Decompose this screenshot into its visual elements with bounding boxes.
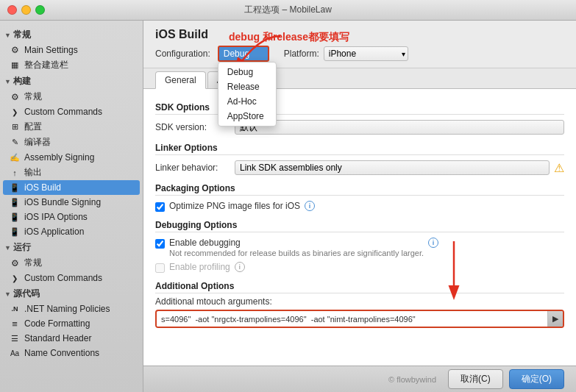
cmd-icon-run <box>9 272 21 284</box>
sidebar-section-general[interactable]: ▼ 常规 <box>0 26 143 43</box>
footer: © flowbywind 取消(C) 确定(O) <box>143 366 576 392</box>
titlebar: 工程选项 – MobileLaw <box>0 0 576 21</box>
close-button[interactable] <box>7 5 17 15</box>
sdk-section-header: SDK Options <box>155 102 564 115</box>
config-icon <box>9 121 21 133</box>
enable-debug-checkbox[interactable] <box>155 239 165 249</box>
sidebar-item-name-conventions-label: Name Conventions <box>24 348 99 358</box>
configuration-dropdown[interactable]: Debug Debug Release Ad-Hoc AppStore <box>218 46 269 62</box>
cancel-button[interactable]: 取消(C) <box>448 369 503 389</box>
platform-label: Platform: <box>284 49 319 59</box>
mtouch-input-row: ▶ <box>155 310 564 328</box>
sidebar-item-custom-commands[interactable]: Custom Commands <box>0 104 143 119</box>
sdk-version-select-wrap: 默认 <box>235 120 564 135</box>
enable-profiling-checkbox[interactable] <box>155 263 165 273</box>
sidebar-item-compiler[interactable]: 编译器 <box>0 135 143 150</box>
sidebar-item-custom-commands-label: Custom Commands <box>24 107 102 117</box>
sidebar-item-integrated-build[interactable]: 整合建造栏 <box>0 57 143 73</box>
dropdown-item-release[interactable]: Release <box>218 79 276 94</box>
sdk-version-row: SDK version: 默认 <box>155 118 564 137</box>
enable-profiling-text-wrap: Enable profiling <box>169 262 230 272</box>
sidebar-item-run-custom-commands[interactable]: Custom Commands <box>0 271 143 285</box>
mtouch-input[interactable] <box>157 312 547 327</box>
enable-debug-label: Enable debugging <box>169 238 424 248</box>
sidebar-section-run[interactable]: ▼ 运行 <box>0 239 143 255</box>
sidebar-item-config-label: 配置 <box>24 121 42 133</box>
sidebar-item-ios-application[interactable]: iOS Application <box>0 224 143 239</box>
net-icon <box>9 303 21 315</box>
enable-profiling-info-icon[interactable]: i <box>235 262 245 272</box>
sidebar-item-standard-header[interactable]: Standard Header <box>0 331 143 346</box>
packaging-section-header: Packaging Options <box>155 183 564 196</box>
gear-icon <box>9 44 21 56</box>
sidebar-section-build[interactable]: ▼ 构建 <box>0 73 143 89</box>
optimize-png-checkbox[interactable] <box>155 202 165 212</box>
expand-arrow-general: ▼ <box>4 32 11 39</box>
linker-section-header: Linker Options <box>155 143 564 155</box>
content-header: iOS Build Configuration: Debug Debug Rel… <box>143 21 576 68</box>
sidebar-item-ios-bundle-signing-label: iOS Bundle Signing <box>24 197 101 207</box>
format-icon <box>9 318 21 329</box>
sidebar-section-build-label: 构建 <box>13 75 31 88</box>
ios-icon-build <box>9 182 21 193</box>
sidebar-item-net-naming-label: .NET Naming Policies <box>24 304 110 314</box>
expand-arrow-source: ▼ <box>4 291 11 298</box>
maximize-button[interactable] <box>35 5 45 15</box>
name-icon <box>9 347 21 359</box>
platform-row: Platform: iPhone iPad iPhoneSimulator <box>284 46 408 61</box>
sidebar-section-general-label: 常规 <box>13 29 31 41</box>
sidebar-item-assembly-signing-label: Assembly Signing <box>24 152 94 163</box>
options-content: SDK Options SDK version: 默认 Linker Optio… <box>143 89 576 366</box>
sidebar-item-ios-build-label: iOS Build <box>24 182 61 193</box>
mtouch-run-button[interactable]: ▶ <box>547 311 563 327</box>
platform-select[interactable]: iPhone iPad iPhoneSimulator <box>324 46 408 61</box>
dropdown-item-appstore[interactable]: AppStore <box>218 109 276 124</box>
configuration-menu: Debug Release Ad-Hoc AppStore <box>218 62 277 126</box>
linker-behavior-label: Linker behavior: <box>155 163 229 173</box>
sidebar-item-assembly-signing[interactable]: Assembly Signing <box>0 150 143 165</box>
gear-icon-normal <box>9 91 21 103</box>
ok-button[interactable]: 确定(O) <box>509 369 564 389</box>
header-icon <box>9 332 21 344</box>
linker-behavior-select[interactable]: Link SDK assemblies only Don't link Link… <box>235 160 550 175</box>
warning-icon: ⚠ <box>554 161 564 175</box>
sidebar-item-integrated-build-label: 整合建造栏 <box>24 59 68 71</box>
configuration-label: Configuration: <box>155 49 210 59</box>
sidebar-item-standard-header-label: Standard Header <box>24 333 91 343</box>
sidebar-item-ios-ipa-options-label: iOS IPA Options <box>24 212 88 222</box>
main-layout: ▼ 常规 Main Settings 整合建造栏 ▼ 构建 常规 Custom … <box>0 21 576 392</box>
sidebar-item-main-settings-label: Main Settings <box>24 45 78 55</box>
tabs-row: General Advanced <box>143 68 576 89</box>
sidebar-item-ios-ipa-options[interactable]: iOS IPA Options <box>0 210 143 224</box>
sidebar-item-ios-bundle-signing[interactable]: iOS Bundle Signing <box>0 195 143 210</box>
sidebar-item-run-normal-label: 常规 <box>24 257 42 269</box>
optimize-png-label: Optimize PNG image files for iOS <box>169 201 300 211</box>
compiler-icon <box>9 137 21 149</box>
content-area: iOS Build Configuration: Debug Debug Rel… <box>143 21 576 392</box>
sidebar-item-main-settings[interactable]: Main Settings <box>0 43 143 57</box>
sidebar-item-ios-build[interactable]: iOS Build <box>3 180 140 195</box>
tab-general[interactable]: General <box>155 71 206 89</box>
watermark: © flowbywind <box>388 375 436 384</box>
enable-debug-info-icon[interactable]: i <box>428 238 438 248</box>
sidebar-item-run-normal[interactable]: 常规 <box>0 255 143 271</box>
sidebar-item-config[interactable]: 配置 <box>0 119 143 135</box>
sdk-version-select[interactable]: 默认 <box>235 120 564 135</box>
mtouch-label: Additional mtouch arguments: <box>155 296 564 307</box>
sidebar-item-output[interactable]: 输出 <box>0 165 143 180</box>
sidebar-item-net-naming[interactable]: .NET Naming Policies <box>0 302 143 316</box>
additional-options-container: Additional mtouch arguments: ▶ <box>155 296 564 328</box>
sidebar-item-name-conventions[interactable]: Name Conventions <box>0 346 143 360</box>
sidebar-item-normal[interactable]: 常规 <box>0 89 143 104</box>
sidebar-item-code-formatting[interactable]: Code Formatting <box>0 316 143 331</box>
sidebar-section-run-label: 运行 <box>13 241 31 254</box>
gear-icon-run <box>9 257 21 269</box>
enable-profiling-label: Enable profiling <box>169 262 230 272</box>
sidebar-section-source[interactable]: ▼ 源代码 <box>0 285 143 302</box>
configuration-trigger[interactable]: Debug <box>218 46 269 62</box>
dropdown-item-adhoc[interactable]: Ad-Hoc <box>218 94 276 109</box>
expand-arrow-build: ▼ <box>4 78 11 85</box>
dropdown-item-debug[interactable]: Debug <box>218 65 276 79</box>
minimize-button[interactable] <box>21 5 31 15</box>
optimize-png-info-icon[interactable]: i <box>305 201 315 211</box>
